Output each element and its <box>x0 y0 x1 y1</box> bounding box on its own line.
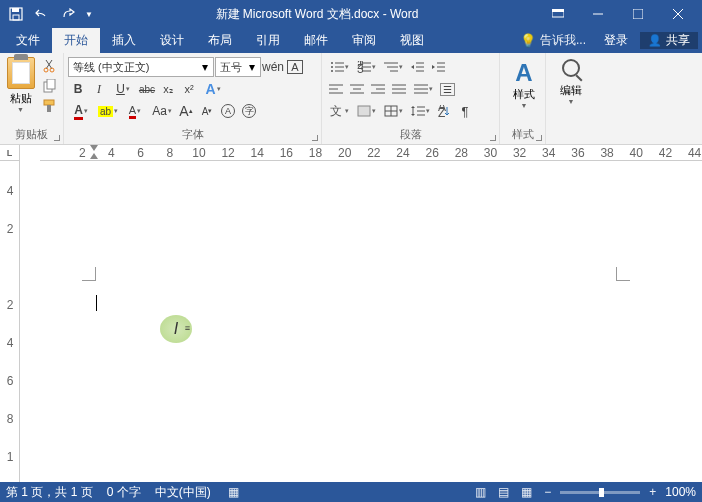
editing-button[interactable]: 编辑 ▼ <box>550 55 592 105</box>
superscript-button[interactable]: x² <box>179 79 199 99</box>
change-case-button[interactable]: Aa▾ <box>149 101 175 121</box>
char-shading-button[interactable]: A▾ <box>122 101 148 121</box>
macro-record-icon[interactable]: ▦ <box>225 485 242 499</box>
zoom-level[interactable]: 100% <box>665 485 696 499</box>
zoom-in-button[interactable]: + <box>646 485 659 499</box>
font-family-combo[interactable]: 等线 (中文正文)▾ <box>68 57 214 77</box>
sort-button[interactable]: AZ <box>434 101 454 121</box>
horizontal-ruler[interactable]: 2468101214161820222426283032343638404244 <box>40 145 702 161</box>
cut-icon[interactable] <box>39 57 59 75</box>
grow-font-button[interactable]: A▴ <box>176 101 196 121</box>
svg-rect-14 <box>47 105 51 112</box>
font-size-combo[interactable]: 五号▾ <box>215 57 261 77</box>
maximize-icon[interactable] <box>618 0 658 28</box>
svg-rect-4 <box>552 9 564 12</box>
shading-button[interactable]: ▾ <box>353 101 379 121</box>
read-mode-icon[interactable]: ▥ <box>472 485 489 499</box>
char-ring-button[interactable]: 字 <box>239 101 259 121</box>
redo-icon[interactable] <box>56 2 80 26</box>
line-spacing-button[interactable]: ▾ <box>407 101 433 121</box>
copy-icon[interactable] <box>39 77 59 95</box>
svg-point-15 <box>331 62 333 64</box>
align-left-button[interactable] <box>326 79 346 99</box>
phonetic-guide-button[interactable]: wén <box>262 57 284 77</box>
char-border-button[interactable]: A <box>285 57 305 77</box>
styles-icon: A <box>515 59 532 87</box>
numbering-button[interactable]: 123▾ <box>353 57 379 77</box>
text-direction-button[interactable]: 文▾ <box>326 101 352 121</box>
svg-rect-12 <box>47 79 55 89</box>
tab-selector[interactable]: L <box>0 145 20 161</box>
styles-dialog-launcher[interactable] <box>532 131 542 141</box>
svg-rect-1 <box>12 8 19 12</box>
italic-button[interactable]: I <box>89 79 109 99</box>
clipboard-dialog-launcher[interactable] <box>50 131 60 141</box>
increase-indent-button[interactable] <box>428 57 448 77</box>
tab-mailings[interactable]: 邮件 <box>292 28 340 53</box>
language-status[interactable]: 中文(中国) <box>155 484 211 501</box>
window-title: 新建 Microsoft Word 文档.docx - Word <box>96 6 538 23</box>
zoom-out-button[interactable]: − <box>541 485 554 499</box>
borders-button[interactable]: ▾ <box>380 101 406 121</box>
web-layout-icon[interactable]: ▦ <box>518 485 535 499</box>
minimize-icon[interactable] <box>578 0 618 28</box>
svg-rect-52 <box>358 106 370 116</box>
svg-rect-6 <box>633 9 643 19</box>
font-color-button[interactable]: A▾ <box>68 101 94 121</box>
tab-file[interactable]: 文件 <box>4 28 52 53</box>
zoom-slider[interactable] <box>560 491 640 494</box>
vertical-ruler[interactable]: 4224681 <box>0 161 20 482</box>
tab-review[interactable]: 审阅 <box>340 28 388 53</box>
svg-rect-13 <box>44 100 54 105</box>
save-icon[interactable] <box>4 2 28 26</box>
align-center-button[interactable] <box>347 79 367 99</box>
close-icon[interactable] <box>658 0 698 28</box>
svg-point-19 <box>331 70 333 72</box>
text-effects-button[interactable]: A▾ <box>200 79 226 99</box>
bullets-button[interactable]: ▾ <box>326 57 352 77</box>
paragraph-group-label: 段落 <box>322 127 499 142</box>
font-dialog-launcher[interactable] <box>308 131 318 141</box>
strikethrough-button[interactable]: abc <box>137 79 157 99</box>
print-layout-icon[interactable]: ▤ <box>495 485 512 499</box>
underline-button[interactable]: U▾ <box>110 79 136 99</box>
document-canvas[interactable]: I <box>20 161 702 482</box>
justify-button[interactable] <box>389 79 409 99</box>
paste-icon <box>7 57 35 89</box>
multilevel-list-button[interactable]: ▾ <box>380 57 406 77</box>
share-button[interactable]: 👤共享 <box>640 32 698 49</box>
paste-button[interactable]: 粘贴 ▼ <box>4 55 37 121</box>
subscript-button[interactable]: x₂ <box>158 79 178 99</box>
enclose-char-button[interactable]: A <box>218 101 238 121</box>
asian-layout-button[interactable]: ☰ <box>437 79 457 99</box>
page[interactable]: I <box>50 185 670 502</box>
ribbon-display-icon[interactable] <box>538 0 578 28</box>
tab-home[interactable]: 开始 <box>52 28 100 53</box>
align-right-button[interactable] <box>368 79 388 99</box>
qat-customize-icon[interactable]: ▼ <box>82 2 96 26</box>
login-button[interactable]: 登录 <box>594 32 638 49</box>
tab-view[interactable]: 视图 <box>388 28 436 53</box>
tab-design[interactable]: 设计 <box>148 28 196 53</box>
show-marks-button[interactable]: ¶ <box>455 101 475 121</box>
tell-me-search[interactable]: 💡告诉我... <box>514 32 592 49</box>
paragraph-dialog-launcher[interactable] <box>486 131 496 141</box>
page-number-status[interactable]: 第 1 页，共 1 页 <box>6 484 93 501</box>
undo-icon[interactable] <box>30 2 54 26</box>
word-count-status[interactable]: 0 个字 <box>107 484 141 501</box>
format-painter-icon[interactable] <box>39 97 59 115</box>
decrease-indent-button[interactable] <box>407 57 427 77</box>
margin-mark-icon <box>82 267 96 281</box>
svg-point-17 <box>331 66 333 68</box>
tab-layout[interactable]: 布局 <box>196 28 244 53</box>
highlight-button[interactable]: ab▾ <box>95 101 121 121</box>
text-cursor <box>96 295 97 311</box>
styles-button[interactable]: A 样式 ▼ <box>504 55 544 109</box>
distributed-button[interactable]: ▾ <box>410 79 436 99</box>
bold-button[interactable]: B <box>68 79 88 99</box>
font-group-label: 字体 <box>64 127 321 142</box>
shrink-font-button[interactable]: A▾ <box>197 101 217 121</box>
mouse-cursor-icon: I <box>160 315 192 343</box>
tab-references[interactable]: 引用 <box>244 28 292 53</box>
tab-insert[interactable]: 插入 <box>100 28 148 53</box>
